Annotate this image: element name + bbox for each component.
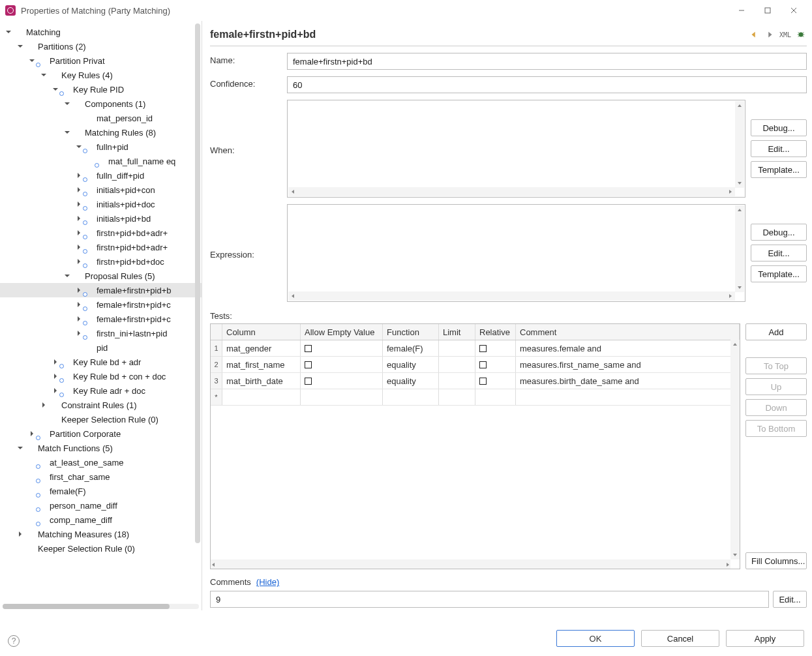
chevron-right-icon[interactable] [51,386,60,395]
cancel-button[interactable]: Cancel [641,630,719,647]
chevron-right-icon[interactable] [39,400,48,410]
to-top-button[interactable]: To Top [745,357,807,374]
tree-item[interactable]: Partitions (2) [0,39,202,53]
confidence-input[interactable] [287,76,807,93]
comments-edit-button[interactable]: Edit... [773,591,807,608]
chevron-right-icon[interactable] [74,257,83,266]
chevron-right-icon[interactable] [74,185,83,194]
comments-input[interactable] [210,591,769,608]
ok-button[interactable]: OK [556,630,635,647]
help-icon[interactable]: ? [8,635,20,647]
when-edit-button[interactable]: Edit... [751,140,807,157]
chevron-right-icon[interactable] [74,214,83,223]
tests-horizontal-scrollbar[interactable] [211,559,730,569]
cell-allow-empty[interactable] [301,340,383,356]
cell-relative[interactable] [475,357,516,372]
nav-forward-icon[interactable] [764,29,775,40]
when-vertical-scrollbar[interactable] [735,101,744,188]
tree-item[interactable]: at_least_one_same [0,455,202,470]
checkbox-icon[interactable] [305,378,312,385]
chevron-right-icon[interactable] [74,171,83,180]
function-header[interactable]: Function [383,324,439,340]
tree-vertical-scrollbar[interactable] [195,23,200,601]
chevron-right-icon[interactable] [74,243,83,252]
add-button[interactable]: Add [745,323,807,340]
checkbox-icon[interactable] [479,378,487,385]
chevron-down-icon[interactable] [16,42,25,51]
chevron-right-icon[interactable] [51,357,60,366]
limit-header[interactable]: Limit [439,324,475,340]
tests-vertical-scrollbar[interactable] [730,340,740,559]
chevron-right-icon[interactable] [74,329,83,338]
tree-item[interactable]: Keeper Selection Rule (0) [0,541,202,556]
chevron-down-icon[interactable] [16,443,25,453]
cell-function[interactable]: equality [383,357,439,372]
chevron-down-icon[interactable] [63,99,72,108]
cell-allow-empty[interactable] [301,373,383,389]
tree-item[interactable]: Key Rule bd + adr [0,355,202,369]
chevron-right-icon[interactable] [74,300,83,309]
tree-item[interactable]: Partition Corporate [0,426,202,441]
checkbox-icon[interactable] [479,361,487,368]
column-header[interactable]: Column [222,324,301,340]
tree-item[interactable]: Partition Privat [0,53,202,68]
tree-item[interactable]: initials+pid+bd [0,211,202,226]
tree-item[interactable]: Keeper Selection Rule (0) [0,412,202,426]
cell-comment[interactable]: measures.birth_date_same and [516,373,740,389]
cell-limit[interactable] [439,340,475,356]
chevron-right-icon[interactable] [74,314,83,323]
cell-allow-empty[interactable] [301,357,383,372]
chevron-down-icon[interactable] [74,142,83,151]
apply-button[interactable]: Apply [726,630,804,647]
expression-template-button[interactable]: Template... [751,265,807,282]
tree-item[interactable]: pid [0,340,202,355]
cell-function[interactable]: female(F) [383,340,439,356]
table-row[interactable]: 2mat_first_nameequalitymeasures.first_na… [211,357,740,373]
up-button[interactable]: Up [745,378,807,395]
expression-box[interactable] [287,204,745,302]
tree-item[interactable]: firstn_ini+lastn+pid [0,326,202,340]
maximize-button[interactable] [755,2,781,19]
cell-function[interactable]: equality [383,373,439,389]
comment-header[interactable]: Comment [516,324,740,340]
tree-item[interactable]: Matching [0,25,202,39]
when-debug-button[interactable]: Debug... [751,119,807,136]
tree[interactable]: MatchingPartitions (2)Partition PrivatKe… [0,25,202,556]
comments-hide-link[interactable]: (Hide) [256,577,279,587]
tree-item[interactable]: female+firstn+pid+c [0,297,202,312]
to-bottom-button[interactable]: To Bottom [745,420,807,437]
when-template-button[interactable]: Template... [751,161,807,178]
tree-item[interactable]: fulln_diff+pid [0,168,202,183]
chevron-down-icon[interactable] [39,70,48,80]
checkbox-icon[interactable] [305,345,312,352]
tree-item[interactable]: Key Rule PID [0,82,202,97]
tree-horizontal-scrollbar[interactable] [3,604,199,609]
checkbox-icon[interactable] [305,361,312,368]
minimize-button[interactable] [729,2,755,19]
tree-item[interactable]: Components (1) [0,97,202,111]
tree-item[interactable]: mat_full_name eq [0,154,202,168]
cell-column[interactable]: mat_gender [222,340,301,356]
tree-item[interactable]: female+firstn+pid+c [0,312,202,326]
tree-item[interactable]: female+firstn+pid+b [0,283,202,297]
tree-item[interactable]: Key Rule bd + con + doc [0,369,202,383]
when-horizontal-scrollbar[interactable] [288,187,735,196]
nav-back-icon[interactable] [748,29,760,40]
tree-item[interactable]: Matching Rules (8) [0,125,202,140]
chevron-down-icon[interactable] [63,271,72,280]
cell-comment[interactable]: measures.female and [516,340,740,356]
expression-edit-button[interactable]: Edit... [751,245,807,261]
expression-horizontal-scrollbar[interactable] [288,291,735,301]
tree-item[interactable]: firstn+pid+bd+doc [0,254,202,269]
cell-comment[interactable]: measures.first_name_same and [516,357,740,372]
fill-columns-button[interactable]: Fill Columns... [745,552,807,569]
tree-item[interactable]: firstn+pid+bd+adr+ [0,226,202,240]
cell-column[interactable]: mat_first_name [222,357,301,372]
name-input[interactable] [287,53,807,70]
expression-debug-button[interactable]: Debug... [751,224,807,241]
table-new-row[interactable]: * [211,389,740,406]
bug-icon[interactable] [795,29,807,40]
tree-item[interactable]: Matching Measures (18) [0,527,202,541]
expression-vertical-scrollbar[interactable] [735,205,744,292]
tree-item[interactable]: female(F) [0,484,202,498]
